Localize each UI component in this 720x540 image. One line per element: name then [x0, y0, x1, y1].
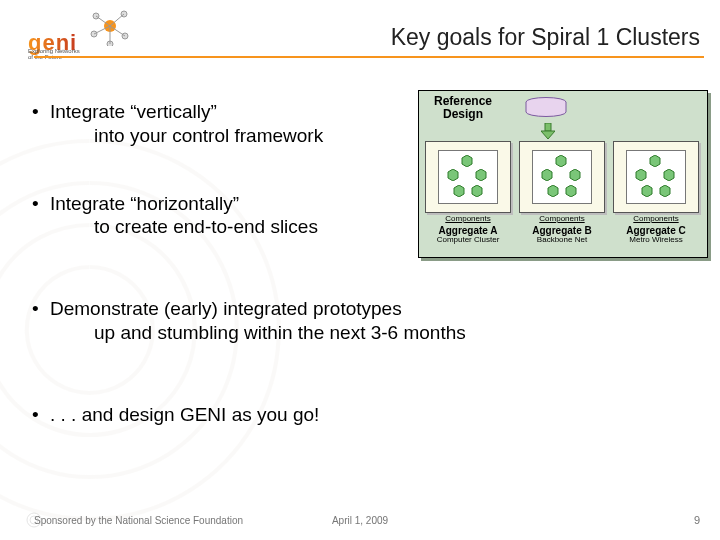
node-hex-icon: [569, 169, 581, 181]
node-hex-icon: [641, 185, 653, 197]
bullet-dot-icon: •: [32, 297, 50, 321]
node-hex-icon: [635, 169, 647, 181]
bullet-sub: up and stumbling within the next 3-6 mon…: [50, 321, 687, 345]
aggregate-outer: [425, 141, 511, 213]
title-underline: [34, 56, 704, 58]
bullet-dot-icon: •: [32, 100, 50, 124]
logo-burst-icon: [90, 6, 130, 46]
svg-line-4: [110, 14, 124, 26]
svg-marker-16: [454, 185, 464, 197]
node-hex-icon: [547, 185, 559, 197]
svg-marker-14: [448, 169, 458, 181]
components-label: Components: [519, 214, 605, 223]
bullet-main: . . . and design GENI as you go!: [50, 404, 319, 425]
node-hex-icon: [475, 169, 487, 181]
reference-design-diagram: Reference Design Components Aggregate A …: [418, 90, 708, 258]
node-hex-icon: [555, 155, 567, 167]
components-label: Components: [613, 214, 699, 223]
node-hex-icon: [663, 169, 675, 181]
svg-marker-18: [556, 155, 566, 167]
node-hex-icon: [649, 155, 661, 167]
bullet-item: • . . . and design GENI as you go!: [32, 403, 687, 427]
aggregate-sub: Backbone Net: [519, 236, 605, 244]
svg-marker-19: [542, 169, 552, 181]
slide: geni Exploring Networks of the Future Ke…: [0, 0, 720, 540]
bullet-main: Demonstrate (early) integrated prototype…: [50, 298, 402, 319]
geni-logo: geni Exploring Networks of the Future: [28, 8, 138, 58]
svg-marker-15: [476, 169, 486, 181]
aggregate-inner: [626, 150, 686, 204]
node-hex-icon: [659, 185, 671, 197]
components-label: Components: [425, 214, 511, 223]
svg-marker-23: [650, 155, 660, 167]
footer-date: April 1, 2009: [0, 515, 720, 526]
aggregate-inner: [532, 150, 592, 204]
aggregate-box: Components Aggregate A Computer Cluster: [425, 141, 511, 249]
aggregate-inner: [438, 150, 498, 204]
svg-marker-17: [472, 185, 482, 197]
aggregate-box: Components Aggregate C Metro Wireless: [613, 141, 699, 249]
svg-marker-13: [462, 155, 472, 167]
node-hex-icon: [453, 185, 465, 197]
aggregate-outer: [519, 141, 605, 213]
svg-marker-20: [570, 169, 580, 181]
aggregate-sub: Computer Cluster: [425, 236, 511, 244]
down-arrow-icon: [541, 123, 555, 139]
svg-marker-21: [548, 185, 558, 197]
bullet-item: • Demonstrate (early) integrated prototy…: [32, 297, 687, 345]
aggregate-box: Components Aggregate B Backbone Net: [519, 141, 605, 249]
bullet-dot-icon: •: [32, 192, 50, 216]
bullet-dot-icon: •: [32, 403, 50, 427]
svg-marker-27: [660, 185, 670, 197]
bullet-main: Integrate “horizontally”: [50, 193, 239, 214]
footer-page: 9: [694, 514, 700, 526]
node-hex-icon: [541, 169, 553, 181]
svg-marker-25: [664, 169, 674, 181]
node-hex-icon: [565, 185, 577, 197]
svg-marker-26: [642, 185, 652, 197]
slide-title: Key goals for Spiral 1 Clusters: [391, 24, 700, 51]
database-icon: [524, 97, 568, 119]
svg-marker-24: [636, 169, 646, 181]
aggregate-sub: Metro Wireless: [613, 236, 699, 244]
diagram-title: Reference Design: [425, 95, 501, 121]
bullet-main: Integrate “vertically”: [50, 101, 217, 122]
svg-rect-12: [545, 123, 551, 131]
node-hex-icon: [447, 169, 459, 181]
logo-tagline: Exploring Networks of the Future: [28, 48, 80, 61]
node-hex-icon: [461, 155, 473, 167]
svg-marker-22: [566, 185, 576, 197]
node-hex-icon: [471, 185, 483, 197]
aggregate-outer: [613, 141, 699, 213]
